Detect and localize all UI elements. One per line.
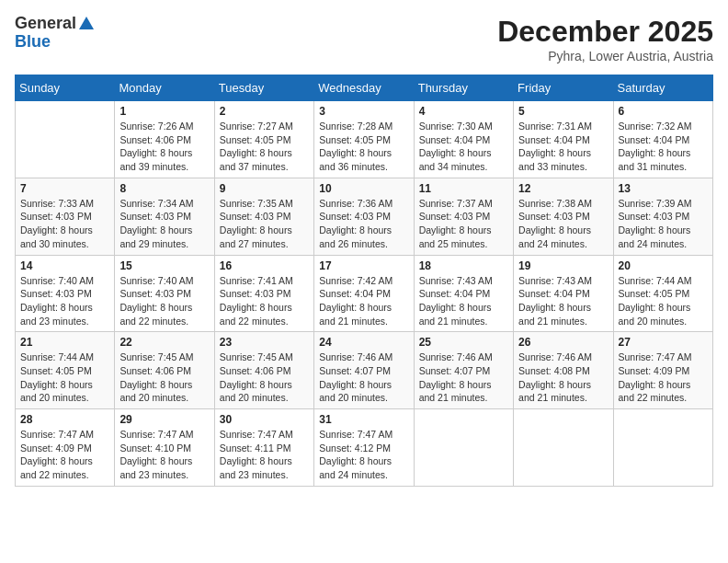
day-info: Sunrise: 7:45 AM Sunset: 4:06 PM Dayligh… <box>220 350 309 405</box>
day-info: Sunrise: 7:46 AM Sunset: 4:08 PM Dayligh… <box>518 350 608 405</box>
day-number: 3 <box>319 105 408 118</box>
calendar-cell: 28Sunrise: 7:47 AM Sunset: 4:09 PM Dayli… <box>16 409 115 487</box>
day-info: Sunrise: 7:33 AM Sunset: 4:03 PM Dayligh… <box>20 197 109 251</box>
day-info: Sunrise: 7:30 AM Sunset: 4:04 PM Dayligh… <box>419 120 508 174</box>
calendar-cell: 16Sunrise: 7:41 AM Sunset: 4:03 PM Dayli… <box>214 255 313 332</box>
day-number: 21 <box>20 336 109 349</box>
day-number: 25 <box>419 336 508 349</box>
calendar-cell: 24Sunrise: 7:46 AM Sunset: 4:07 PM Dayli… <box>314 332 414 409</box>
day-number: 13 <box>619 182 708 195</box>
calendar-cell <box>16 101 115 178</box>
logo: General Blue <box>15 15 95 52</box>
weekday-header-wednesday: Wednesday <box>314 75 414 101</box>
calendar-cell: 21Sunrise: 7:44 AM Sunset: 4:05 PM Dayli… <box>16 332 115 409</box>
calendar-cell: 25Sunrise: 7:46 AM Sunset: 4:07 PM Dayli… <box>414 332 513 409</box>
day-number: 22 <box>119 336 209 349</box>
day-number: 9 <box>220 182 309 195</box>
title-area: December 2025 Pyhra, Lower Austria, Aust… <box>497 15 713 63</box>
calendar-cell: 7Sunrise: 7:33 AM Sunset: 4:03 PM Daylig… <box>16 178 115 255</box>
weekday-header-row: SundayMondayTuesdayWednesdayThursdayFrid… <box>16 75 713 101</box>
day-number: 11 <box>419 182 508 195</box>
calendar-cell: 15Sunrise: 7:40 AM Sunset: 4:03 PM Dayli… <box>115 255 214 332</box>
weekday-header-saturday: Saturday <box>613 75 712 101</box>
calendar-cell: 31Sunrise: 7:47 AM Sunset: 4:12 PM Dayli… <box>314 409 414 487</box>
calendar-cell: 4Sunrise: 7:30 AM Sunset: 4:04 PM Daylig… <box>414 101 513 178</box>
day-info: Sunrise: 7:39 AM Sunset: 4:03 PM Dayligh… <box>619 197 708 251</box>
day-info: Sunrise: 7:41 AM Sunset: 4:03 PM Dayligh… <box>220 274 309 328</box>
header: General Blue December 2025 Pyhra, Lower … <box>15 15 713 63</box>
weekday-header-friday: Friday <box>514 75 613 101</box>
day-number: 28 <box>20 413 109 426</box>
day-info: Sunrise: 7:47 AM Sunset: 4:12 PM Dayligh… <box>319 428 408 482</box>
calendar-cell: 5Sunrise: 7:31 AM Sunset: 4:04 PM Daylig… <box>514 101 613 178</box>
day-info: Sunrise: 7:38 AM Sunset: 4:03 PM Dayligh… <box>518 197 608 251</box>
day-number: 17 <box>319 259 408 272</box>
day-number: 4 <box>419 105 508 118</box>
calendar-cell: 3Sunrise: 7:28 AM Sunset: 4:05 PM Daylig… <box>314 101 414 178</box>
day-number: 10 <box>319 182 408 195</box>
calendar-week-1: 1Sunrise: 7:26 AM Sunset: 4:06 PM Daylig… <box>16 101 713 178</box>
calendar-cell: 22Sunrise: 7:45 AM Sunset: 4:06 PM Dayli… <box>115 332 214 409</box>
weekday-header-thursday: Thursday <box>414 75 513 101</box>
day-number: 26 <box>518 336 608 349</box>
calendar-week-2: 7Sunrise: 7:33 AM Sunset: 4:03 PM Daylig… <box>16 178 713 255</box>
day-info: Sunrise: 7:40 AM Sunset: 4:03 PM Dayligh… <box>119 274 209 328</box>
day-number: 19 <box>518 259 608 272</box>
location-subtitle: Pyhra, Lower Austria, Austria <box>497 49 713 63</box>
day-number: 20 <box>619 259 708 272</box>
day-number: 27 <box>619 336 708 349</box>
calendar-cell: 20Sunrise: 7:44 AM Sunset: 4:05 PM Dayli… <box>613 255 712 332</box>
calendar-cell: 6Sunrise: 7:32 AM Sunset: 4:04 PM Daylig… <box>613 101 712 178</box>
logo-blue: Blue <box>15 33 51 52</box>
month-title: December 2025 <box>497 15 713 49</box>
day-info: Sunrise: 7:47 AM Sunset: 4:11 PM Dayligh… <box>220 428 309 482</box>
day-info: Sunrise: 7:44 AM Sunset: 4:05 PM Dayligh… <box>619 274 708 328</box>
calendar-cell: 18Sunrise: 7:43 AM Sunset: 4:04 PM Dayli… <box>414 255 513 332</box>
calendar-cell: 8Sunrise: 7:34 AM Sunset: 4:03 PM Daylig… <box>115 178 214 255</box>
calendar-cell: 11Sunrise: 7:37 AM Sunset: 4:03 PM Dayli… <box>414 178 513 255</box>
calendar-week-5: 28Sunrise: 7:47 AM Sunset: 4:09 PM Dayli… <box>16 409 713 487</box>
day-number: 14 <box>20 259 109 272</box>
calendar-cell: 13Sunrise: 7:39 AM Sunset: 4:03 PM Dayli… <box>613 178 712 255</box>
day-info: Sunrise: 7:36 AM Sunset: 4:03 PM Dayligh… <box>319 197 408 251</box>
calendar-cell: 30Sunrise: 7:47 AM Sunset: 4:11 PM Dayli… <box>214 409 313 487</box>
calendar-week-4: 21Sunrise: 7:44 AM Sunset: 4:05 PM Dayli… <box>16 332 713 409</box>
day-number: 12 <box>518 182 608 195</box>
day-number: 16 <box>220 259 309 272</box>
day-info: Sunrise: 7:44 AM Sunset: 4:05 PM Dayligh… <box>20 350 109 405</box>
calendar-cell: 19Sunrise: 7:43 AM Sunset: 4:04 PM Dayli… <box>514 255 613 332</box>
calendar-cell: 14Sunrise: 7:40 AM Sunset: 4:03 PM Dayli… <box>16 255 115 332</box>
calendar-cell: 23Sunrise: 7:45 AM Sunset: 4:06 PM Dayli… <box>214 332 313 409</box>
day-number: 18 <box>419 259 508 272</box>
calendar-cell <box>414 409 513 487</box>
day-info: Sunrise: 7:26 AM Sunset: 4:06 PM Dayligh… <box>119 120 209 174</box>
day-info: Sunrise: 7:35 AM Sunset: 4:03 PM Dayligh… <box>220 197 309 251</box>
day-info: Sunrise: 7:47 AM Sunset: 4:10 PM Dayligh… <box>119 428 209 482</box>
day-number: 30 <box>220 413 309 426</box>
day-info: Sunrise: 7:37 AM Sunset: 4:03 PM Dayligh… <box>419 197 508 251</box>
calendar-table: SundayMondayTuesdayWednesdayThursdayFrid… <box>15 75 713 487</box>
day-info: Sunrise: 7:45 AM Sunset: 4:06 PM Dayligh… <box>119 350 209 405</box>
calendar-week-3: 14Sunrise: 7:40 AM Sunset: 4:03 PM Dayli… <box>16 255 713 332</box>
day-number: 15 <box>119 259 209 272</box>
day-info: Sunrise: 7:46 AM Sunset: 4:07 PM Dayligh… <box>419 350 508 405</box>
calendar-cell: 9Sunrise: 7:35 AM Sunset: 4:03 PM Daylig… <box>214 178 313 255</box>
calendar-cell: 29Sunrise: 7:47 AM Sunset: 4:10 PM Dayli… <box>115 409 214 487</box>
day-info: Sunrise: 7:47 AM Sunset: 4:09 PM Dayligh… <box>20 428 109 482</box>
calendar-cell <box>514 409 613 487</box>
logo-icon <box>78 15 95 31</box>
calendar-cell: 26Sunrise: 7:46 AM Sunset: 4:08 PM Dayli… <box>514 332 613 409</box>
calendar-cell: 12Sunrise: 7:38 AM Sunset: 4:03 PM Dayli… <box>514 178 613 255</box>
weekday-header-monday: Monday <box>115 75 214 101</box>
calendar-cell: 27Sunrise: 7:47 AM Sunset: 4:09 PM Dayli… <box>613 332 712 409</box>
day-number: 8 <box>119 182 209 195</box>
day-info: Sunrise: 7:27 AM Sunset: 4:05 PM Dayligh… <box>220 120 309 174</box>
calendar-cell <box>613 409 712 487</box>
day-number: 31 <box>319 413 408 426</box>
day-number: 23 <box>220 336 309 349</box>
calendar-cell: 1Sunrise: 7:26 AM Sunset: 4:06 PM Daylig… <box>115 101 214 178</box>
day-info: Sunrise: 7:46 AM Sunset: 4:07 PM Dayligh… <box>319 350 408 405</box>
day-info: Sunrise: 7:32 AM Sunset: 4:04 PM Dayligh… <box>619 120 708 174</box>
day-number: 6 <box>619 105 708 118</box>
calendar-cell: 17Sunrise: 7:42 AM Sunset: 4:04 PM Dayli… <box>314 255 414 332</box>
